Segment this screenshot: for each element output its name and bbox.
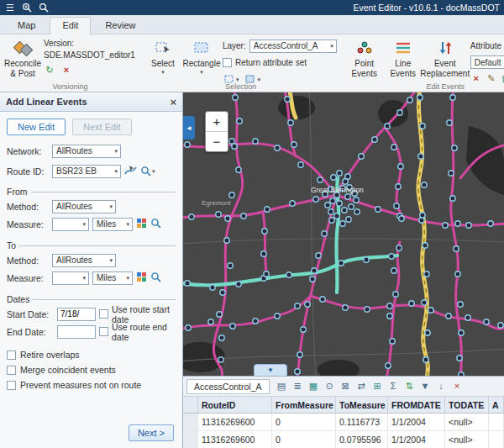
prevent-measures-checkbox[interactable] — [7, 381, 16, 390]
line-events-icon — [395, 38, 412, 58]
selection-options: Layer: AccessControl_A ▾ Return attribut… — [221, 36, 339, 89]
retire-overlaps-checkbox[interactable] — [7, 350, 16, 360]
sort-icon[interactable]: ⇅ — [402, 379, 417, 393]
map-label-egremont: Egremont — [202, 199, 231, 207]
statistics-icon[interactable]: Σ — [386, 379, 401, 393]
merge-coincident-events-label: Merge coincident events — [20, 365, 116, 375]
app-menu-icon[interactable]: ☰ — [4, 2, 16, 13]
table-cell[interactable]: 0 — [272, 431, 336, 448]
to-measure-picker-icon[interactable] — [136, 271, 147, 284]
show-selected-records-icon[interactable]: ▦ — [307, 379, 321, 393]
close-panel-icon[interactable]: × — [170, 97, 176, 108]
collapse-table-tab[interactable]: ▼ — [254, 364, 287, 376]
table-cell[interactable] — [489, 431, 504, 448]
point-events-button[interactable]: Point Events — [345, 36, 384, 80]
event-replacement-icon — [437, 38, 454, 58]
filter-icon[interactable]: ▼ — [418, 379, 433, 393]
tab-edit[interactable]: Edit — [50, 17, 91, 34]
collapse-left-icon: ◄ — [186, 124, 192, 132]
reconcile-post-icon — [13, 38, 32, 58]
table-cell[interactable]: 1/1/2004 — [388, 431, 445, 448]
column-header-fromdate[interactable]: FROMDATE — [388, 397, 445, 414]
new-edit-button[interactable]: New Edit — [7, 119, 66, 135]
route-id-value: BSR23 EB — [56, 166, 111, 176]
attribute-set-combobox[interactable]: Default ▾ — [470, 55, 504, 69]
layer-combobox[interactable]: AccessControl_A ▾ — [249, 40, 337, 53]
zoom-in-button[interactable]: + — [206, 112, 228, 131]
event-replacement-button[interactable]: Event Replacement — [423, 36, 468, 80]
to-measure-search-icon[interactable] — [150, 271, 162, 285]
tab-review[interactable]: Review — [92, 17, 148, 34]
prevent-measures-label: Prevent measures not on route — [20, 380, 141, 390]
table-toolbar: AccessControl_A ▤ ≣ ▦ ⊙ ⊠ ⇄ ⊞ Σ ⇅ ▼ ↓ × — [183, 377, 504, 397]
table-cell[interactable]: 11316269600 — [198, 414, 272, 431]
network-combobox[interactable]: AllRoutes ▾ — [52, 145, 121, 158]
tab-map[interactable]: Map — [5, 17, 48, 34]
switch-selection-icon[interactable]: ⇄ — [354, 379, 369, 393]
zoom-out-button[interactable]: − — [206, 131, 228, 151]
show-all-records-icon[interactable]: ≣ — [291, 379, 305, 393]
from-measure-picker-icon[interactable] — [136, 218, 147, 230]
to-method-combobox[interactable]: AllRoutes ▾ — [52, 254, 116, 267]
row-selector[interactable] — [183, 431, 198, 448]
layer-value: AccessControl_A — [254, 41, 327, 50]
search-icon[interactable] — [38, 2, 50, 13]
map-canvas[interactable]: Egremont Great Barrington ◄ + − ▼ — [183, 92, 504, 376]
route-select-on-map-icon[interactable] — [124, 164, 137, 178]
table-cell[interactable]: 0 — [272, 414, 336, 431]
from-measure-search-icon[interactable] — [150, 218, 162, 231]
rectangle-button[interactable]: Rectangle ▾ — [182, 36, 221, 76]
zoom-to-selected-icon[interactable]: ⊙ — [323, 379, 337, 393]
column-header-todate[interactable]: TODATE — [445, 397, 489, 414]
table-options-icon[interactable]: ▤ — [275, 379, 289, 393]
table-cell[interactable]: 1/1/2004 — [388, 414, 445, 431]
to-measure-combobox[interactable]: ▾ — [52, 271, 89, 285]
use-route-start-date-checkbox[interactable] — [99, 309, 108, 319]
reconcile-post-button[interactable]: Reconcile & Post — [3, 36, 42, 80]
table-cell[interactable]: 0.0795596 — [336, 431, 388, 448]
use-route-end-date-checkbox[interactable] — [99, 327, 108, 336]
column-header-tomeasure[interactable]: ToMeasure — [336, 397, 388, 414]
collapse-panel-button[interactable]: ◄ — [183, 116, 195, 140]
from-method-combobox[interactable]: AllRoutes ▾ — [52, 200, 116, 213]
next-edit-button[interactable]: Next Edit — [72, 119, 132, 135]
rectangle-label: Rectangle — [182, 59, 220, 69]
end-date-input[interactable] — [57, 325, 96, 339]
route-id-combobox[interactable]: BSR23 EB ▾ — [52, 165, 121, 178]
title-bar: ☰ Event Editor - v10.6.1 - docMassDOT — [0, 0, 504, 15]
select-button[interactable]: Select ▾ — [144, 36, 182, 76]
column-header-routeid[interactable]: RouteID — [198, 397, 272, 414]
row-selector[interactable] — [183, 414, 198, 431]
table-cell[interactable] — [489, 414, 504, 431]
return-attribute-set-checkbox[interactable] — [223, 58, 232, 67]
select-all-icon[interactable]: ⊞ — [370, 379, 385, 393]
table-layer-tab[interactable]: AccessControl_A — [186, 379, 270, 394]
from-measure-combobox[interactable]: ▾ — [52, 218, 89, 231]
start-date-input[interactable] — [57, 308, 96, 321]
table-cell[interactable]: <null> — [445, 414, 489, 431]
close-version-icon[interactable]: × — [60, 64, 72, 76]
column-header-frommeasure[interactable]: FromMeasure — [272, 397, 336, 414]
refresh-version-icon[interactable]: ↻ — [44, 64, 55, 76]
next-button[interactable]: Next > — [129, 424, 174, 441]
rectangle-tool-icon — [193, 38, 210, 58]
from-unit-combobox[interactable]: Miles ▾ — [92, 218, 133, 231]
clear-selection-icon[interactable]: ⊠ — [339, 379, 353, 393]
merge-coincident-events-checkbox[interactable] — [7, 366, 16, 375]
table-cell[interactable]: 0.1116773 — [336, 414, 388, 431]
dates-group: Dates Start Date: Use route start date E… — [7, 294, 176, 341]
table-cell[interactable]: <null> — [445, 431, 489, 448]
delete-selected-icon[interactable]: × — [450, 379, 465, 393]
route-search-icon[interactable]: ▾ — [140, 166, 155, 177]
line-events-button[interactable]: Line Events — [384, 36, 423, 80]
to-unit-caret-icon: ▾ — [126, 275, 129, 281]
main-area: Add Linear Events × New Edit Next Edit N… — [0, 92, 504, 448]
to-method-caret-icon: ▾ — [109, 257, 113, 263]
from-unit-caret-icon: ▾ — [126, 221, 129, 227]
to-unit-combobox[interactable]: Miles ▾ — [92, 271, 133, 285]
ribbon-tab-bar: Map Edit Review — [0, 15, 504, 34]
zoom-in-icon[interactable] — [21, 2, 33, 13]
table-cell[interactable]: 11316269600 — [198, 431, 272, 448]
export-icon[interactable]: ↓ — [434, 379, 449, 393]
column-header-clipped[interactable]: A — [489, 397, 504, 414]
